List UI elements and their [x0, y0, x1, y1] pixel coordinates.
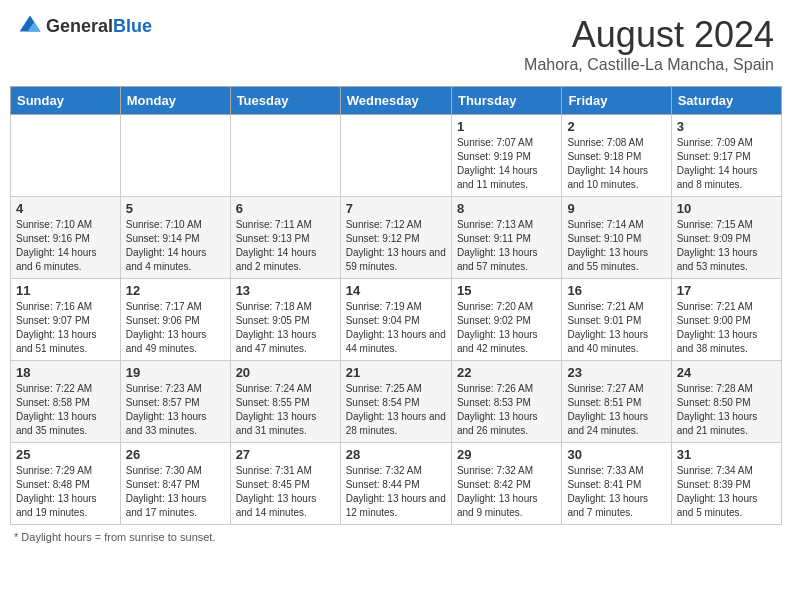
day-info: Sunrise: 7:34 AMSunset: 8:39 PMDaylight:… [677, 464, 776, 520]
day-info: Sunrise: 7:13 AMSunset: 9:11 PMDaylight:… [457, 218, 556, 274]
day-number: 28 [346, 447, 446, 462]
calendar-cell: 22Sunrise: 7:26 AMSunset: 8:53 PMDayligh… [451, 361, 561, 443]
day-number: 26 [126, 447, 225, 462]
day-number: 21 [346, 365, 446, 380]
day-number: 13 [236, 283, 335, 298]
calendar-cell: 26Sunrise: 7:30 AMSunset: 8:47 PMDayligh… [120, 443, 230, 525]
calendar-cell: 27Sunrise: 7:31 AMSunset: 8:45 PMDayligh… [230, 443, 340, 525]
day-info: Sunrise: 7:19 AMSunset: 9:04 PMDaylight:… [346, 300, 446, 356]
day-number: 9 [567, 201, 665, 216]
logo-blue: Blue [113, 16, 152, 36]
day-number: 5 [126, 201, 225, 216]
calendar-cell: 7Sunrise: 7:12 AMSunset: 9:12 PMDaylight… [340, 197, 451, 279]
day-info: Sunrise: 7:20 AMSunset: 9:02 PMDaylight:… [457, 300, 556, 356]
calendar-cell: 12Sunrise: 7:17 AMSunset: 9:06 PMDayligh… [120, 279, 230, 361]
calendar-cell: 30Sunrise: 7:33 AMSunset: 8:41 PMDayligh… [562, 443, 671, 525]
day-info: Sunrise: 7:21 AMSunset: 9:01 PMDaylight:… [567, 300, 665, 356]
day-info: Sunrise: 7:24 AMSunset: 8:55 PMDaylight:… [236, 382, 335, 438]
calendar-table: SundayMondayTuesdayWednesdayThursdayFrid… [10, 86, 782, 525]
calendar-cell: 1Sunrise: 7:07 AMSunset: 9:19 PMDaylight… [451, 115, 561, 197]
day-number: 17 [677, 283, 776, 298]
calendar-cell [11, 115, 121, 197]
calendar-cell: 19Sunrise: 7:23 AMSunset: 8:57 PMDayligh… [120, 361, 230, 443]
day-number: 31 [677, 447, 776, 462]
day-number: 16 [567, 283, 665, 298]
day-info: Sunrise: 7:22 AMSunset: 8:58 PMDaylight:… [16, 382, 115, 438]
calendar-cell: 8Sunrise: 7:13 AMSunset: 9:11 PMDaylight… [451, 197, 561, 279]
day-info: Sunrise: 7:23 AMSunset: 8:57 PMDaylight:… [126, 382, 225, 438]
day-number: 14 [346, 283, 446, 298]
calendar-cell: 10Sunrise: 7:15 AMSunset: 9:09 PMDayligh… [671, 197, 781, 279]
day-info: Sunrise: 7:21 AMSunset: 9:00 PMDaylight:… [677, 300, 776, 356]
day-number: 27 [236, 447, 335, 462]
day-number: 2 [567, 119, 665, 134]
day-info: Sunrise: 7:15 AMSunset: 9:09 PMDaylight:… [677, 218, 776, 274]
day-info: Sunrise: 7:27 AMSunset: 8:51 PMDaylight:… [567, 382, 665, 438]
calendar-cell: 23Sunrise: 7:27 AMSunset: 8:51 PMDayligh… [562, 361, 671, 443]
day-info: Sunrise: 7:33 AMSunset: 8:41 PMDaylight:… [567, 464, 665, 520]
calendar-cell: 25Sunrise: 7:29 AMSunset: 8:48 PMDayligh… [11, 443, 121, 525]
day-number: 20 [236, 365, 335, 380]
day-info: Sunrise: 7:09 AMSunset: 9:17 PMDaylight:… [677, 136, 776, 192]
day-info: Sunrise: 7:32 AMSunset: 8:42 PMDaylight:… [457, 464, 556, 520]
calendar-week-row: 11Sunrise: 7:16 AMSunset: 9:07 PMDayligh… [11, 279, 782, 361]
day-number: 18 [16, 365, 115, 380]
day-number: 10 [677, 201, 776, 216]
day-number: 30 [567, 447, 665, 462]
location-subtitle: Mahora, Castille-La Mancha, Spain [524, 56, 774, 74]
day-info: Sunrise: 7:07 AMSunset: 9:19 PMDaylight:… [457, 136, 556, 192]
weekday-header-row: SundayMondayTuesdayWednesdayThursdayFrid… [11, 87, 782, 115]
calendar-week-row: 18Sunrise: 7:22 AMSunset: 8:58 PMDayligh… [11, 361, 782, 443]
day-info: Sunrise: 7:16 AMSunset: 9:07 PMDaylight:… [16, 300, 115, 356]
calendar-cell: 16Sunrise: 7:21 AMSunset: 9:01 PMDayligh… [562, 279, 671, 361]
day-number: 22 [457, 365, 556, 380]
day-info: Sunrise: 7:29 AMSunset: 8:48 PMDaylight:… [16, 464, 115, 520]
day-number: 6 [236, 201, 335, 216]
calendar-week-row: 4Sunrise: 7:10 AMSunset: 9:16 PMDaylight… [11, 197, 782, 279]
day-number: 1 [457, 119, 556, 134]
calendar-cell: 31Sunrise: 7:34 AMSunset: 8:39 PMDayligh… [671, 443, 781, 525]
day-info: Sunrise: 7:30 AMSunset: 8:47 PMDaylight:… [126, 464, 225, 520]
day-info: Sunrise: 7:26 AMSunset: 8:53 PMDaylight:… [457, 382, 556, 438]
day-info: Sunrise: 7:14 AMSunset: 9:10 PMDaylight:… [567, 218, 665, 274]
weekday-header-monday: Monday [120, 87, 230, 115]
calendar-cell: 17Sunrise: 7:21 AMSunset: 9:00 PMDayligh… [671, 279, 781, 361]
day-number: 3 [677, 119, 776, 134]
title-area: August 2024 Mahora, Castille-La Mancha, … [524, 14, 774, 74]
calendar-cell: 11Sunrise: 7:16 AMSunset: 9:07 PMDayligh… [11, 279, 121, 361]
logo-icon [18, 14, 42, 38]
day-number: 11 [16, 283, 115, 298]
calendar-week-row: 1Sunrise: 7:07 AMSunset: 9:19 PMDaylight… [11, 115, 782, 197]
day-number: 24 [677, 365, 776, 380]
month-year-title: August 2024 [524, 14, 774, 56]
day-number: 7 [346, 201, 446, 216]
logo-general: General [46, 16, 113, 36]
calendar-cell: 3Sunrise: 7:09 AMSunset: 9:17 PMDaylight… [671, 115, 781, 197]
calendar-cell: 5Sunrise: 7:10 AMSunset: 9:14 PMDaylight… [120, 197, 230, 279]
day-info: Sunrise: 7:12 AMSunset: 9:12 PMDaylight:… [346, 218, 446, 274]
weekday-header-tuesday: Tuesday [230, 87, 340, 115]
weekday-header-thursday: Thursday [451, 87, 561, 115]
calendar-cell: 15Sunrise: 7:20 AMSunset: 9:02 PMDayligh… [451, 279, 561, 361]
weekday-header-friday: Friday [562, 87, 671, 115]
calendar-cell: 28Sunrise: 7:32 AMSunset: 8:44 PMDayligh… [340, 443, 451, 525]
calendar-cell: 14Sunrise: 7:19 AMSunset: 9:04 PMDayligh… [340, 279, 451, 361]
weekday-header-sunday: Sunday [11, 87, 121, 115]
calendar-cell [230, 115, 340, 197]
day-number: 12 [126, 283, 225, 298]
day-info: Sunrise: 7:10 AMSunset: 9:14 PMDaylight:… [126, 218, 225, 274]
day-number: 4 [16, 201, 115, 216]
calendar-cell: 4Sunrise: 7:10 AMSunset: 9:16 PMDaylight… [11, 197, 121, 279]
day-number: 25 [16, 447, 115, 462]
calendar-cell: 21Sunrise: 7:25 AMSunset: 8:54 PMDayligh… [340, 361, 451, 443]
day-number: 29 [457, 447, 556, 462]
calendar-cell: 29Sunrise: 7:32 AMSunset: 8:42 PMDayligh… [451, 443, 561, 525]
day-info: Sunrise: 7:17 AMSunset: 9:06 PMDaylight:… [126, 300, 225, 356]
day-number: 19 [126, 365, 225, 380]
day-info: Sunrise: 7:25 AMSunset: 8:54 PMDaylight:… [346, 382, 446, 438]
weekday-header-saturday: Saturday [671, 87, 781, 115]
day-info: Sunrise: 7:08 AMSunset: 9:18 PMDaylight:… [567, 136, 665, 192]
day-info: Sunrise: 7:28 AMSunset: 8:50 PMDaylight:… [677, 382, 776, 438]
header: GeneralBlue August 2024 Mahora, Castille… [10, 10, 782, 78]
day-info: Sunrise: 7:10 AMSunset: 9:16 PMDaylight:… [16, 218, 115, 274]
